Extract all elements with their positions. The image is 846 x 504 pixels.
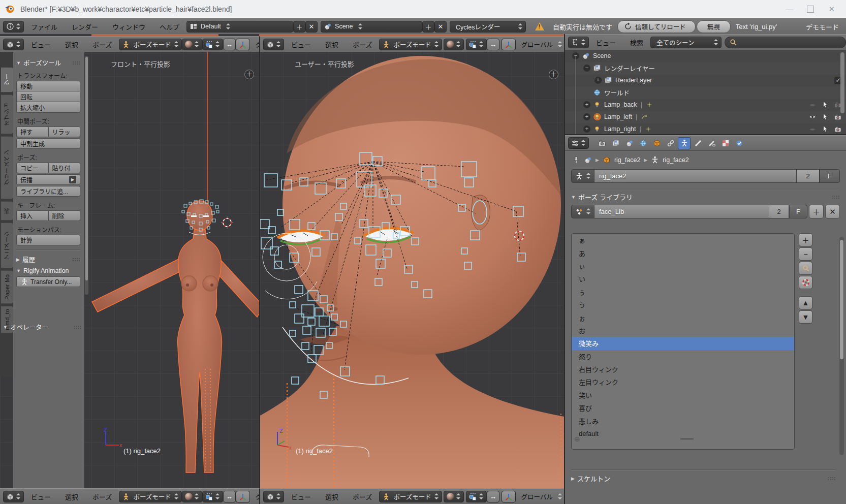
outliner-row[interactable]: +Lamp_back| <box>565 99 846 111</box>
viewport-shading-dropdown[interactable] <box>444 39 464 50</box>
add-to-library-button[interactable]: ライブラリに追... <box>16 186 80 197</box>
pose-list-item[interactable]: ぃ <box>572 260 794 272</box>
expander-icon[interactable]: + <box>583 101 590 108</box>
editor-type-button-properties[interactable] <box>568 137 589 149</box>
properties-tab-scene[interactable] <box>623 137 636 149</box>
editor-type-button-3dview[interactable] <box>3 491 24 502</box>
paste-pose-button[interactable]: 貼り付 <box>49 163 81 173</box>
panel-header-operator[interactable]: ▼オペレーター <box>0 322 84 332</box>
pose-list-item[interactable]: あ <box>572 246 794 259</box>
outliner-item-label[interactable]: Lamp_right <box>604 125 636 133</box>
menu-window[interactable]: ウィンドウ <box>112 22 145 32</box>
armature-name-field[interactable]: rig_face2 <box>594 169 796 183</box>
unlink-poselib-button[interactable]: ✕ <box>825 205 840 218</box>
viewport-shading-dropdown[interactable] <box>182 491 202 502</box>
mode-dropdown[interactable]: ポーズモード <box>119 39 181 50</box>
pose-menu[interactable]: ポーズ <box>353 40 372 49</box>
outliner-row[interactable]: +Lamp_left| <box>565 111 846 123</box>
pose-menu[interactable]: ポーズ <box>92 40 112 49</box>
outliner-search-menu[interactable]: 検索 <box>630 38 643 47</box>
outliner-item-label[interactable]: ワールド <box>604 88 630 98</box>
proportional-edit-toggle[interactable]: ↔ <box>223 39 236 50</box>
translate-button[interactable]: 移動 <box>16 81 80 91</box>
properties-tab-world[interactable] <box>637 137 649 149</box>
proportional-edit-toggle[interactable]: ↔ <box>487 491 499 502</box>
outliner-row[interactable]: +Lamp_right| <box>565 123 846 134</box>
expander-icon[interactable]: − <box>572 52 579 59</box>
fake-user-toggle[interactable]: F <box>820 169 840 183</box>
outliner-view-menu[interactable]: ビュー <box>596 38 616 47</box>
mode-dropdown[interactable]: ポーズモード <box>119 491 181 502</box>
fake-user-toggle[interactable]: F <box>789 205 807 218</box>
properties-tab-constraints[interactable] <box>664 137 677 149</box>
orientation-dropdown[interactable]: グローバル <box>516 39 565 50</box>
outliner-row[interactable]: −Scene <box>565 50 846 62</box>
manipulator-toggle[interactable] <box>502 491 516 502</box>
editor-type-button-info[interactable] <box>3 21 24 33</box>
properties-tab-physics[interactable] <box>733 137 745 149</box>
proportional-edit-toggle[interactable]: ↔ <box>487 39 499 50</box>
sanitize-poselib-button[interactable] <box>799 276 812 289</box>
breadcrumb-data[interactable]: rig_face2 <box>663 156 688 164</box>
outliner-row[interactable]: +RenderLayer✓ <box>565 74 846 86</box>
shelf-tab-4[interactable]: 表 <box>1 201 14 220</box>
properties-tab-render-layers[interactable] <box>609 137 622 149</box>
panel-grip-icon[interactable] <box>73 325 81 330</box>
orientation-dropdown[interactable]: グローバル <box>516 491 565 502</box>
scene-selector[interactable]: Scene <box>321 21 422 33</box>
render-engine-dropdown[interactable]: Cyclesレンダー <box>450 21 526 33</box>
delete-keyframe-button[interactable]: 削除 <box>49 210 81 221</box>
panel-header-pose-tools[interactable]: ▼ポーズツール <box>16 58 80 68</box>
select-menu[interactable]: 選択 <box>325 492 338 501</box>
screen-layout-selector[interactable]: Default <box>186 21 293 33</box>
view-menu[interactable]: ビュー <box>291 40 311 49</box>
mode-dropdown[interactable]: ポーズモード <box>379 491 442 502</box>
selectability-cursor-icon[interactable] <box>821 113 829 121</box>
visibility-eye-icon[interactable] <box>808 113 817 121</box>
selectability-cursor-icon[interactable] <box>821 125 829 133</box>
calculate-paths-button[interactable]: 計算 <box>16 235 80 245</box>
expander-icon[interactable]: + <box>594 77 602 84</box>
pose-list-item[interactable]: 怒り <box>572 350 794 363</box>
menu-file[interactable]: ファイル <box>31 22 57 32</box>
users-count[interactable]: 2 <box>796 169 820 183</box>
layers-widget[interactable] <box>202 39 223 50</box>
pin-icon[interactable] <box>572 156 580 164</box>
armature-id-icon[interactable] <box>571 169 594 183</box>
add-scene-button[interactable]: ＋ <box>422 21 434 33</box>
properties-tab-textures[interactable] <box>719 137 732 149</box>
manipulator-toggle[interactable] <box>502 39 516 50</box>
panel-header-rigify[interactable]: ▼Rigify Animation <box>16 267 80 274</box>
pose-list-item[interactable]: お <box>572 324 794 337</box>
panel-grip-icon[interactable] <box>72 60 80 66</box>
orientation-dropdown[interactable]: グローバル <box>250 39 259 50</box>
layers-widget[interactable] <box>466 491 487 502</box>
insert-keyframe-button[interactable]: 挿入 <box>16 210 49 221</box>
display-filter-dropdown[interactable]: 全てのシーン <box>650 37 722 48</box>
move-pose-down-button[interactable]: ▼ <box>799 310 812 324</box>
region-expand-button[interactable]: ＋ <box>244 70 254 79</box>
pose-list-item[interactable]: ぉ <box>572 311 794 324</box>
outliner-item-label[interactable]: Lamp_left <box>604 113 632 120</box>
properties-scrollbar[interactable] <box>839 237 844 455</box>
viewport-shading-dropdown[interactable] <box>182 39 202 50</box>
manipulator-toggle[interactable] <box>236 39 250 50</box>
outliner-scrollbar[interactable] <box>840 52 844 113</box>
remove-pose-button[interactable]: − <box>799 247 812 261</box>
properties-tab-armature-data[interactable] <box>678 137 691 149</box>
list-resize-grip[interactable] <box>680 438 694 439</box>
shelf-tab-5[interactable]: アニメーシ <box>1 223 14 268</box>
menu-render[interactable]: レンダー <box>72 22 98 32</box>
panel-grip-icon[interactable] <box>828 476 836 481</box>
panel-grip-icon[interactable] <box>832 195 840 200</box>
transfer-only-button[interactable]: Transfer Only... <box>16 276 80 287</box>
outliner-item-label[interactable]: RenderLayer <box>615 77 652 84</box>
expander-icon[interactable]: + <box>583 113 590 120</box>
viewport-shading-dropdown[interactable] <box>444 491 464 502</box>
properties-tab-bone[interactable] <box>692 137 704 149</box>
pose-list-item[interactable]: ぁ <box>572 234 794 246</box>
add-layout-button[interactable]: ＋ <box>293 21 305 33</box>
properties-tab-bone-constraints[interactable] <box>705 137 718 149</box>
viewport-3d-user[interactable]: ユーザー・平行投影 (1) rig_face2 Zx ＋ <box>259 52 564 488</box>
properties-tab-object[interactable] <box>650 137 663 149</box>
